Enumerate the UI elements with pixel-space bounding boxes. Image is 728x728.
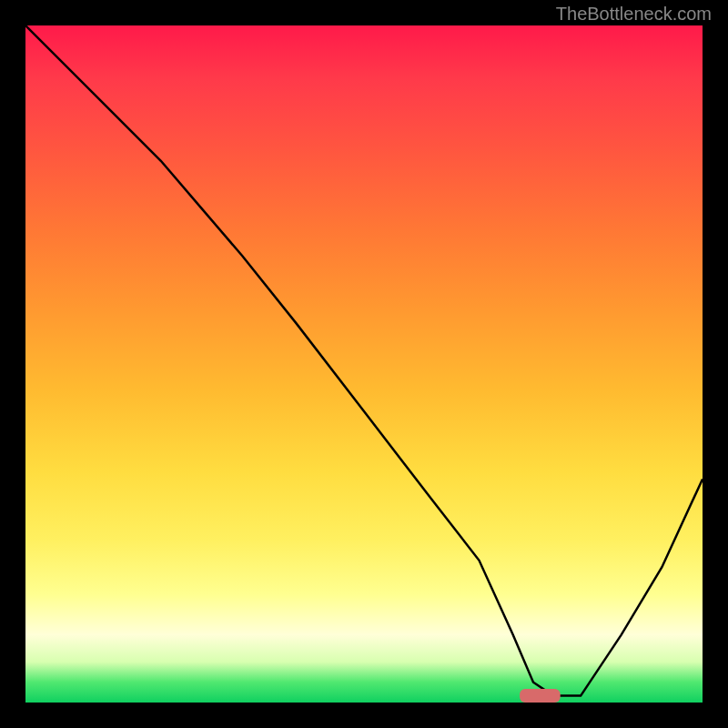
plot-area	[25, 25, 703, 703]
optimal-marker	[520, 689, 561, 703]
watermark-text: TheBottleneck.com	[556, 4, 712, 25]
chart-svg	[25, 25, 703, 703]
curve-line	[25, 25, 703, 696]
